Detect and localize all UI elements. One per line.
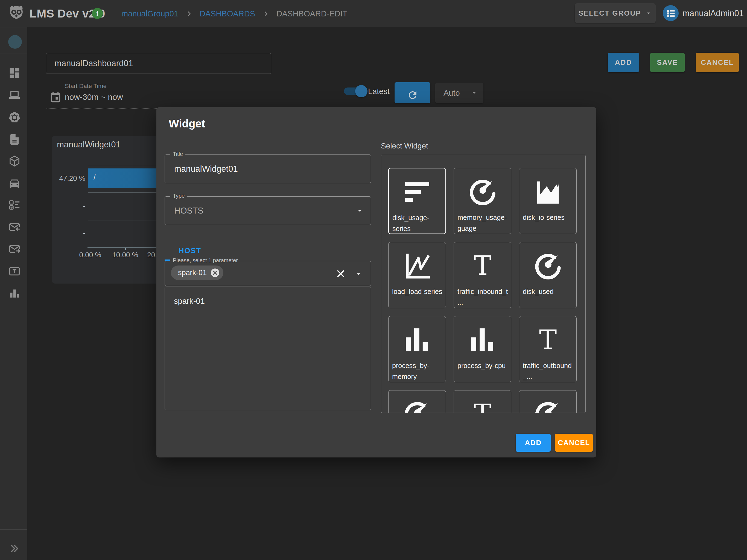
- caret-down-icon[interactable]: [355, 270, 363, 278]
- widget-title-field-label: Title: [170, 151, 185, 157]
- parameter-select[interactable]: Please, select 1 parameter spark-01: [164, 261, 371, 286]
- area-chart-icon: [519, 174, 576, 210]
- widget-tile-label: process_by-memory: [389, 358, 446, 382]
- widget-tile-process_by-cpu[interactable]: process_by-cpu: [454, 316, 511, 382]
- widget-title-field-value: manualWidget01: [174, 164, 238, 174]
- line-chart-icon: [389, 248, 446, 284]
- vbar-chart-icon: [454, 322, 511, 358]
- parameter-chip-label: spark-01: [178, 269, 207, 277]
- widget-tile-traffic_inbound_t...[interactable]: Ttraffic_inbound_t...: [454, 242, 511, 308]
- gauge-icon: [519, 397, 576, 413]
- widget-type-select-label: Type: [170, 193, 187, 199]
- gauge-icon: [519, 248, 576, 284]
- modal-cancel-button[interactable]: CANCEL: [555, 434, 593, 452]
- host-option[interactable]: spark-01: [165, 297, 371, 306]
- widget-tile-disk_io-series[interactable]: disk_io-series: [519, 168, 577, 234]
- svg-text:T: T: [473, 251, 491, 281]
- svg-text:T: T: [473, 400, 491, 413]
- widget-tile-label: disk_usage-series: [389, 210, 445, 234]
- widget-tile-disk_usage-series[interactable]: disk_usage-series: [388, 168, 446, 234]
- widget-tile-label: memory_usage-guage: [454, 210, 511, 234]
- widget-tile-label: process_by-cpu: [454, 358, 511, 371]
- host-options-list: spark-01: [164, 286, 371, 410]
- widget-type-grid: disk_usage-seriesmemory_usage-guagedisk_…: [381, 155, 586, 413]
- widget-title-field[interactable]: Title manualWidget01: [164, 154, 371, 183]
- svg-text:T: T: [539, 325, 557, 355]
- widget-type-select-value: HOSTS: [174, 206, 203, 216]
- widget-tile-label: disk_used: [519, 284, 576, 297]
- modal-title: Widget: [169, 118, 205, 130]
- widget-tile-clipped[interactable]: T: [454, 390, 511, 413]
- parameter-chips: spark-01: [171, 265, 223, 280]
- gauge-icon: [389, 397, 446, 413]
- text-icon: T: [454, 248, 511, 284]
- text-icon: T: [454, 397, 511, 413]
- clear-selection-icon[interactable]: [336, 269, 345, 279]
- widget-tile-process_by-memory[interactable]: process_by-memory: [388, 316, 446, 382]
- hbar-chart-icon: [389, 175, 445, 210]
- chip-delete-icon[interactable]: [210, 268, 220, 278]
- widget-tile-clipped[interactable]: [519, 390, 577, 413]
- widget-type-select[interactable]: Type HOSTS: [164, 196, 371, 225]
- widget-tile-traffic_outbound_...[interactable]: Ttraffic_outbound_...: [519, 316, 577, 382]
- widget-tile-memory_usage-guage[interactable]: memory_usage-guage: [454, 168, 511, 234]
- widget-modal: Widget Title manualWidget01 Type HOSTS H…: [156, 107, 596, 457]
- widget-tile-label: traffic_outbound_...: [519, 358, 576, 382]
- widget-tile-label: disk_io-series: [519, 210, 576, 223]
- parameter-chip[interactable]: spark-01: [171, 265, 223, 280]
- widget-tile-label: traffic_inbound_t...: [454, 284, 511, 308]
- gauge-icon: [454, 174, 511, 210]
- parameter-select-label: Please, select 1 parameter: [170, 257, 240, 263]
- vbar-chart-icon: [389, 322, 446, 358]
- widget-tile-disk_used[interactable]: disk_used: [519, 242, 577, 308]
- caret-down-icon: [356, 207, 364, 215]
- widget-tile-clipped[interactable]: [388, 390, 446, 413]
- select-widget-label: Select Widget: [381, 142, 428, 150]
- modal-actions: ADD CANCEL: [516, 434, 593, 452]
- text-icon: T: [519, 322, 576, 358]
- widget-tile-label: load_load-series: [389, 284, 446, 297]
- modal-add-button[interactable]: ADD: [516, 434, 551, 452]
- widget-tile-load_load-series[interactable]: load_load-series: [388, 242, 446, 308]
